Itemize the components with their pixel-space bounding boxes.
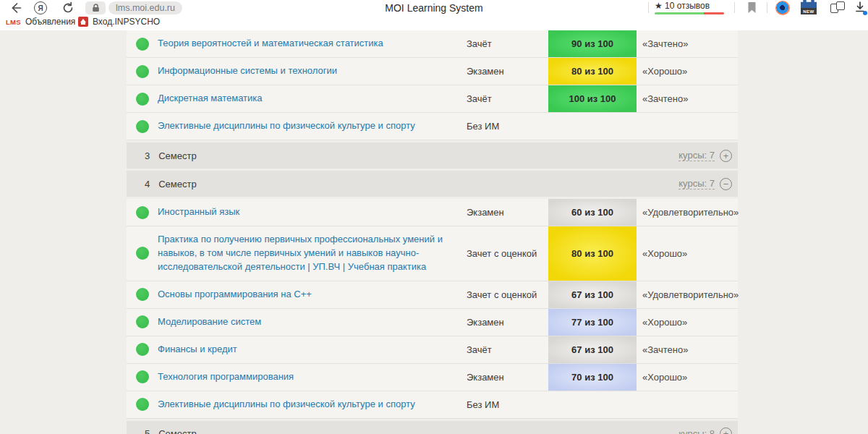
- score-badge: [548, 113, 637, 140]
- semester-label: Семестр: [158, 150, 196, 161]
- download-notification-dot: [863, 11, 867, 15]
- table-row: Элективные дисциплины по физической куль…: [127, 391, 738, 419]
- exam-type: Зачет с оценкой: [467, 248, 548, 259]
- exam-type: Зачёт: [467, 344, 548, 355]
- course-link[interactable]: Теория вероятностей и математическая ста…: [158, 30, 467, 57]
- status-dot-icon: [136, 65, 149, 78]
- status-cell: [127, 93, 158, 106]
- page-title: MOI Learning System: [0, 2, 868, 14]
- lms-favicon: LMS: [6, 18, 21, 26]
- table-row: Теория вероятностей и математическая ста…: [127, 30, 738, 58]
- bookmarks-bar: LMS Объявления Вход.INPSYCHO: [0, 16, 868, 30]
- status-dot-icon: [136, 343, 149, 356]
- semester-row[interactable]: 5 Семестр курсы: 8 +: [127, 421, 738, 434]
- exam-type: Экзамен: [467, 372, 548, 383]
- exam-type: Экзамен: [467, 317, 548, 328]
- toggle-icon[interactable]: −: [720, 178, 732, 190]
- table-row: Финансы и кредит Зачёт 67 из 100 «Зачтен…: [127, 336, 738, 364]
- status-dot-icon: [136, 93, 149, 106]
- course-link[interactable]: Практика по получению первичных професси…: [158, 226, 467, 281]
- exam-type: Без ИМ: [467, 399, 548, 410]
- rating-bar: [655, 12, 724, 14]
- status-cell: [127, 288, 158, 301]
- status-dot-icon: [136, 206, 149, 219]
- score-badge: 80 из 100: [548, 58, 637, 85]
- table-row: Практика по получению первичных професси…: [127, 226, 738, 281]
- course-link[interactable]: Иностранный язык: [158, 199, 467, 226]
- table-row: Дискретная математика Зачёт 100 из 100 «…: [127, 85, 738, 113]
- star-icon: ★: [655, 1, 663, 11]
- course-link[interactable]: Информационные системы и технологии: [158, 58, 467, 85]
- toolbar-divider: [648, 2, 649, 13]
- exam-type: Экзамен: [467, 66, 548, 77]
- course-link[interactable]: Основы программирования на C++: [158, 281, 467, 308]
- table-row: Моделирование систем Экзамен 77 из 100 «…: [127, 309, 738, 336]
- table-row: Основы программирования на C++ Зачет с о…: [127, 281, 738, 309]
- panel-box-icon: [836, 1, 845, 10]
- semester-number: 4: [145, 179, 150, 190]
- toolbar-divider: [734, 2, 735, 13]
- status-dot-icon: [136, 288, 149, 301]
- status-dot-icon: [136, 315, 149, 328]
- browser-chrome: Я lms.moi.edu.ru MOI Learning System ★ 1…: [0, 0, 868, 30]
- course-link[interactable]: Дискретная математика: [158, 85, 467, 112]
- status-cell: [127, 120, 158, 133]
- exam-type: Без ИМ: [467, 121, 548, 132]
- download-icon[interactable]: [855, 1, 867, 14]
- extension-lens-icon[interactable]: [775, 1, 790, 15]
- courses-count-link[interactable]: курсы: 7: [678, 178, 715, 190]
- grade-text: «Зачтено»: [637, 93, 738, 104]
- semester-row[interactable]: 3 Семестр курсы: 7 +: [127, 142, 738, 169]
- exam-type: Зачёт: [467, 93, 548, 104]
- score-badge: 60 из 100: [548, 199, 637, 226]
- status-dot-icon: [136, 247, 149, 260]
- status-cell: [127, 65, 158, 78]
- bookmark-item-login[interactable]: Вход.INPSYCHO: [78, 17, 160, 27]
- score-badge: 77 из 100: [548, 309, 637, 336]
- score-badge: 67 из 100: [548, 281, 637, 308]
- toolbar-divider: [767, 2, 767, 13]
- table-row: Иностранный язык Экзамен 60 из 100 «Удов…: [127, 199, 738, 226]
- course-link[interactable]: Финансы и кредит: [158, 336, 467, 363]
- course-link[interactable]: Технология программирования: [158, 364, 467, 391]
- bookmark-flag-icon[interactable]: [747, 1, 757, 14]
- semester-number: 3: [145, 150, 150, 161]
- status-cell: [127, 370, 158, 383]
- semester-row[interactable]: 4 Семестр курсы: 7 −: [127, 171, 738, 197]
- grade-text: «Удовлетворительно»: [637, 207, 739, 218]
- table-row: Технология программирования Экзамен 70 и…: [127, 364, 738, 391]
- status-cell: [127, 38, 158, 51]
- institution-favicon: [78, 17, 88, 27]
- reviews-widget[interactable]: ★ 10 отзывов: [655, 1, 724, 14]
- course-link[interactable]: Элективные дисциплины по физической куль…: [158, 113, 467, 140]
- status-dot-icon: [136, 398, 149, 411]
- bookmark-item-announcements[interactable]: LMS Объявления: [6, 17, 75, 27]
- grade-text: «Зачтено»: [637, 344, 738, 355]
- semester-number: 5: [145, 428, 150, 434]
- score-badge: 80 из 100: [548, 226, 637, 281]
- grade-text: «Хорошо»: [637, 372, 738, 383]
- score-badge: 67 из 100: [548, 336, 637, 363]
- courses-count-link[interactable]: курсы: 7: [678, 150, 715, 161]
- extension-new-icon[interactable]: NEW: [801, 0, 817, 15]
- course-link[interactable]: Элективные дисциплины по физической куль…: [158, 391, 467, 418]
- courses-count-link[interactable]: курсы: 8: [678, 428, 715, 434]
- status-cell: [127, 247, 158, 260]
- grades-table: Теория вероятностей и математическая ста…: [127, 30, 738, 434]
- toggle-icon[interactable]: +: [720, 150, 732, 162]
- bookmark-label: Вход.INPSYCHO: [93, 17, 160, 27]
- page-content: Теория вероятностей и математическая ста…: [0, 30, 868, 434]
- exam-type: Экзамен: [467, 207, 548, 218]
- exam-type: Зачет с оценкой: [467, 289, 548, 300]
- score-badge: 70 из 100: [548, 364, 637, 391]
- grade-text: «Хорошо»: [637, 66, 738, 77]
- bookmark-label: Объявления: [25, 17, 75, 27]
- grade-text: «Хорошо»: [637, 248, 738, 259]
- grade-text: «Зачтено»: [637, 38, 738, 49]
- course-link[interactable]: Моделирование систем: [158, 309, 467, 336]
- score-badge: 100 из 100: [548, 85, 637, 112]
- toggle-icon[interactable]: +: [720, 427, 732, 434]
- status-cell: [127, 343, 158, 356]
- side-panel-icon[interactable]: [830, 1, 846, 14]
- new-badge: NEW: [801, 8, 817, 14]
